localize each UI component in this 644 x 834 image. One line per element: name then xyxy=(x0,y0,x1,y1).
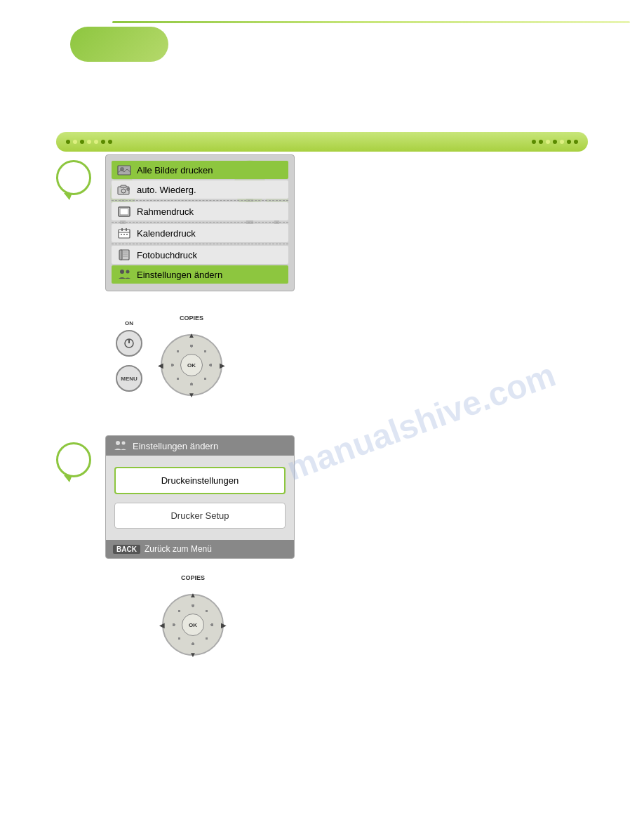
dpad-down-2[interactable]: ▼ xyxy=(189,651,196,658)
on-label: ON xyxy=(125,320,133,326)
svg-rect-20 xyxy=(126,234,128,235)
menu-button[interactable]: MENU xyxy=(116,365,142,392)
svg-point-27 xyxy=(126,270,130,274)
nav-dot xyxy=(567,140,571,144)
menu-item-kalenderdruck[interactable]: Kalenderdruck xyxy=(112,224,288,242)
nav-dot xyxy=(66,140,70,144)
dpad-2: COPIES OK ▲ ▼ ◀ ▶ xyxy=(158,590,228,660)
svg-point-30 xyxy=(116,441,120,445)
nav-dot xyxy=(553,140,557,144)
dpad-down-1[interactable]: ▼ xyxy=(188,391,195,399)
menu-label-kalenderdruck: Kalenderdruck xyxy=(137,228,196,239)
copies-label-2: COPIES xyxy=(181,574,205,581)
top-decoration xyxy=(0,0,644,84)
menu-label-rahmendruck: Rahmendruck xyxy=(137,206,194,217)
svg-rect-11 xyxy=(127,188,129,190)
photo-icon xyxy=(117,164,131,176)
watermark-text: manualshive.com xyxy=(281,355,560,487)
nav-dot xyxy=(539,140,543,144)
speech-bubble-1 xyxy=(56,160,91,195)
screen2-einstellungen: Einstellungen ändern Druckeinstellungen … xyxy=(105,435,295,559)
screen1-menu: Alle Bilder drucken auto. Wiederg. xyxy=(105,154,295,291)
calendar-icon xyxy=(117,227,131,239)
nav-dot xyxy=(101,140,105,144)
back-label: Zurück zum Menü xyxy=(145,544,212,554)
nav-dot xyxy=(73,140,77,144)
nav-dot xyxy=(87,140,91,144)
svg-rect-22 xyxy=(119,250,122,260)
svg-rect-19 xyxy=(123,234,125,235)
svg-rect-9 xyxy=(121,185,126,187)
book-icon xyxy=(117,249,131,260)
screen2-body: Druckeinstellungen Drucker Setup xyxy=(106,456,294,540)
menu-item-alle-bilder[interactable]: Alle Bilder drucken xyxy=(112,161,288,179)
ok-button-2[interactable]: OK xyxy=(182,614,204,636)
menu-label-fotobuchdruck: Fotobuchdruck xyxy=(137,250,197,260)
menu-label-alle-bilder: Alle Bilder drucken xyxy=(137,165,213,176)
settings-header-icon xyxy=(113,440,127,451)
menu-label-einstellungen: Einstellungen ändern xyxy=(137,270,222,280)
druckeinstellungen-button[interactable]: Druckeinstellungen xyxy=(114,467,286,494)
frame-icon xyxy=(117,206,131,217)
dpad-wheel-1: OK ▲ ▼ ◀ ▶ xyxy=(156,330,227,400)
nav-dot xyxy=(80,140,84,144)
controls-area-1: ON MENU COPIES OK ▲ ▼ ◀ ▶ xyxy=(116,330,227,400)
dpad-up-2[interactable]: ▲ xyxy=(189,591,196,599)
menu-label-auto: auto. Wiederg. xyxy=(137,185,196,195)
controls-area-2: COPIES OK ▲ ▼ ◀ ▶ xyxy=(158,590,228,660)
dpad-left-1[interactable]: ◀ xyxy=(158,362,163,369)
screen1-content: Alle Bilder drucken auto. Wiederg. xyxy=(112,161,288,284)
nav-dot xyxy=(108,140,112,144)
nav-dot xyxy=(546,140,550,144)
nav-dot xyxy=(574,140,578,144)
svg-point-31 xyxy=(122,442,126,445)
copies-label-1: COPIES xyxy=(180,315,203,322)
drucker-setup-button[interactable]: Drucker Setup xyxy=(114,503,286,529)
top-blob xyxy=(70,27,168,62)
back-badge: BACK xyxy=(113,545,140,554)
menu-item-rahmendruck[interactable]: Rahmendruck xyxy=(112,202,288,220)
nav-dot xyxy=(532,140,536,144)
left-buttons: ON MENU xyxy=(116,330,142,392)
dpad-right-2[interactable]: ▶ xyxy=(221,621,227,629)
ok-button-1[interactable]: OK xyxy=(180,354,203,376)
nav-bar xyxy=(56,132,588,152)
dpad-wheel-2: OK ▲ ▼ ◀ ▶ xyxy=(158,590,228,660)
dpad-1: COPIES OK ▲ ▼ ◀ ▶ xyxy=(156,330,227,400)
menu-button-label: MENU xyxy=(121,376,137,382)
camera-icon xyxy=(117,184,131,195)
screen2-footer: BACK Zurück zum Menü xyxy=(106,540,294,558)
dpad-right-1[interactable]: ▶ xyxy=(220,362,225,369)
menu-item-fotobuchdruck[interactable]: Fotobuchdruck xyxy=(112,246,288,264)
on-button[interactable] xyxy=(116,330,142,357)
screen2-header-label: Einstellungen ändern xyxy=(133,441,218,451)
nav-dot xyxy=(560,140,564,144)
svg-rect-18 xyxy=(121,234,122,235)
dpad-left-2[interactable]: ◀ xyxy=(159,621,165,629)
nav-dots-right xyxy=(532,140,578,144)
dpad-up-1[interactable]: ▲ xyxy=(188,331,195,339)
nav-dots-left xyxy=(66,140,112,144)
speech-bubble-2 xyxy=(56,442,91,477)
menu-item-auto-wiederg[interactable]: auto. Wiederg. xyxy=(112,180,288,199)
screen2-header: Einstellungen ändern xyxy=(106,436,294,456)
svg-point-26 xyxy=(120,270,124,274)
top-line xyxy=(112,21,630,23)
settings-icon xyxy=(117,269,131,280)
menu-item-einstellungen[interactable]: Einstellungen ändern xyxy=(112,265,288,284)
nav-dot xyxy=(94,140,98,144)
